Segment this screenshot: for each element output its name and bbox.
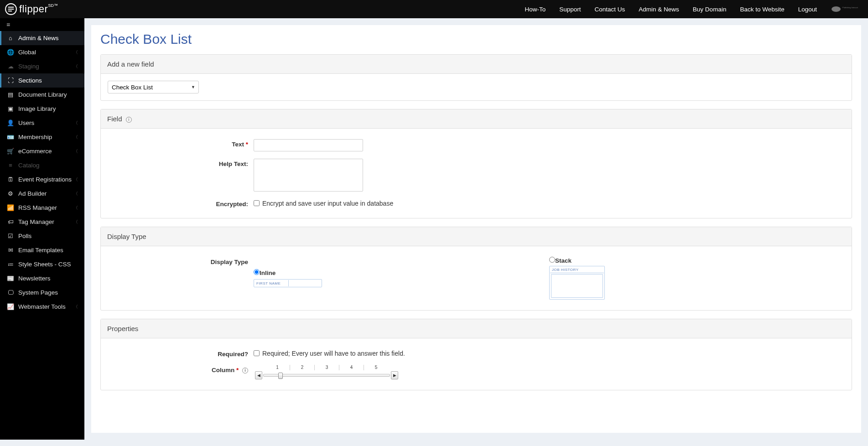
chevron-left-icon: 〈 <box>73 148 78 155</box>
check-icon: ☑ <box>6 233 15 239</box>
sidebar-item-rss-manager[interactable]: 📶RSS Manager〈 <box>0 201 84 215</box>
sidebar-item-document-library[interactable]: ▤Document Library <box>0 88 84 102</box>
info-icon[interactable]: i <box>242 368 248 373</box>
sidebar-item-catalog: ≡Catalog <box>0 158 84 172</box>
sidebar-item-tag-manager[interactable]: 🏷Tag Manager〈 <box>0 215 84 229</box>
user-icon: 👤 <box>6 119 15 126</box>
slider-right-button[interactable]: ▶ <box>391 371 398 379</box>
sidebar-item-image-library[interactable]: ▣Image Library <box>0 102 84 116</box>
chevron-left-icon: 〈 <box>73 63 78 70</box>
sidebar-item-ad-builder[interactable]: ⚙Ad Builder〈 <box>0 187 84 201</box>
nav-support[interactable]: Support <box>559 6 581 13</box>
cal-icon: 🗓 <box>6 176 15 183</box>
brand-name: flipper <box>19 3 48 15</box>
chevron-left-icon: 〈 <box>73 219 78 225</box>
sidebar-item-ecommerce[interactable]: 🛒eCommerce〈 <box>0 144 84 158</box>
stack-preview-box <box>551 274 603 298</box>
nav-howto[interactable]: How-To <box>525 6 546 13</box>
rss-icon: 📶 <box>6 204 15 211</box>
brand-sup: SD™ <box>48 3 58 8</box>
cloud-icon: ☁ <box>6 63 15 70</box>
main-content: Check Box List Add a new field Check Box… <box>91 25 861 433</box>
encrypted-checkbox[interactable] <box>254 200 260 206</box>
nav-back-to-website[interactable]: Back to Website <box>740 6 784 13</box>
globe-icon: 🌐 <box>6 49 15 56</box>
chevron-left-icon: 〈 <box>73 49 78 56</box>
inline-preview-box <box>288 280 321 286</box>
sidebar-item-event-registrations[interactable]: 🗓Event Registrations〈 <box>0 172 84 187</box>
required-checkbox[interactable] <box>254 350 260 356</box>
sidebar-item-label: Users <box>18 119 34 126</box>
display-stack-option[interactable]: Stack <box>549 257 572 264</box>
news-icon: 📰 <box>6 275 15 282</box>
required-text: Required; Every user will have to answer… <box>262 350 405 357</box>
brand[interactable]: flipper SD™ <box>5 3 58 16</box>
sidebar: ≡ ⌂Admin & News🌐Global〈☁Staging〈⛶Section… <box>0 18 84 440</box>
file-icon: ▤ <box>6 91 15 98</box>
sidebar-item-style-sheets-css[interactable]: ≔Style Sheets - CSS <box>0 257 84 271</box>
sidebar-item-label: Email Templates <box>18 247 63 254</box>
field-type-select[interactable]: Check Box List <box>108 81 199 93</box>
sidebar-item-email-templates[interactable]: ✉Email Templates <box>0 243 84 257</box>
add-field-panel: Add a new field Check Box List ▼ <box>100 54 852 101</box>
sidebar-item-label: Document Library <box>18 91 67 98</box>
slider-handle[interactable] <box>278 373 283 379</box>
svg-text:Publishing Interactive, inc.: Publishing Interactive, inc. <box>842 6 858 9</box>
required-label: Required? <box>108 349 254 358</box>
column-label: Column * i <box>108 365 254 379</box>
cogs-icon: ⚙ <box>6 190 15 197</box>
sidebar-item-webmaster-tools[interactable]: 📈Webmaster Tools〈 <box>0 300 84 314</box>
nav-buy-domain[interactable]: Buy Domain <box>693 6 727 13</box>
slider-track[interactable] <box>263 374 390 377</box>
sidebar-item-label: Newsletters <box>18 275 51 282</box>
display-inline-radio[interactable] <box>254 269 260 275</box>
slider-left-button[interactable]: ◀ <box>255 371 262 379</box>
sidebar-item-system-pages[interactable]: 🖵System Pages <box>0 285 84 300</box>
field-panel: Field i Text * Help Text: Encrypted: Enc… <box>100 109 852 218</box>
inline-preview: FIRST NAME <box>254 279 322 287</box>
text-input[interactable] <box>254 139 363 151</box>
sidebar-item-staging: ☁Staging〈 <box>0 59 84 73</box>
chevron-left-icon: 〈 <box>73 120 78 126</box>
help-text-input[interactable] <box>254 159 363 192</box>
image-icon: ▣ <box>6 105 15 112</box>
sidebar-item-polls[interactable]: ☑Polls <box>0 229 84 243</box>
sidebar-item-newsletters[interactable]: 📰Newsletters <box>0 271 84 285</box>
help-text-label: Help Text: <box>108 159 254 192</box>
top-nav-links: How-To Support Contact Us Admin & News B… <box>525 5 863 14</box>
nav-logout[interactable]: Logout <box>798 6 817 13</box>
nav-admin-news[interactable]: Admin & News <box>639 6 679 13</box>
field-panel-head: Field i <box>101 109 852 129</box>
sidebar-item-admin-news[interactable]: ⌂Admin & News <box>0 31 84 45</box>
home-icon: ⌂ <box>6 35 15 41</box>
sidebar-item-sections[interactable]: ⛶Sections <box>0 73 84 88</box>
chevron-left-icon: 〈 <box>73 176 78 183</box>
chart-icon: 📈 <box>6 303 15 310</box>
properties-panel: Properties Required? Required; Every use… <box>100 319 852 390</box>
sidebar-item-membership[interactable]: 🪪Membership〈 <box>0 130 84 144</box>
page-title: Check Box List <box>100 25 852 54</box>
sidebar-item-label: Style Sheets - CSS <box>18 261 71 268</box>
info-icon[interactable]: i <box>126 117 132 123</box>
cart-icon: 🛒 <box>6 148 15 155</box>
css-icon: ≔ <box>6 261 15 268</box>
list-icon: ≡ <box>6 162 15 169</box>
slider-ticks: 1 2 3 4 5 <box>265 365 388 371</box>
field-panel-title: Field <box>107 115 122 123</box>
sidebar-toggle[interactable]: ≡ <box>0 18 84 31</box>
sys-icon: 🖵 <box>6 289 15 296</box>
sidebar-item-label: Global <box>18 49 36 56</box>
sidebar-item-users[interactable]: 👤Users〈 <box>0 116 84 130</box>
display-type-panel-head: Display Type <box>101 227 852 246</box>
sidebar-item-label: Ad Builder <box>18 190 47 197</box>
stack-preview: JOB HISTORY <box>549 266 605 300</box>
inline-preview-label: FIRST NAME <box>255 280 288 286</box>
nav-contact[interactable]: Contact Us <box>595 6 625 13</box>
sidebar-item-label: eCommerce <box>18 148 52 155</box>
display-inline-option[interactable]: Inline <box>254 269 275 276</box>
sidebar-item-label: Sections <box>18 77 42 84</box>
display-stack-radio[interactable] <box>549 257 555 263</box>
tag-icon: 🏷 <box>6 218 15 225</box>
sidebar-item-global[interactable]: 🌐Global〈 <box>0 45 84 59</box>
text-label: Text * <box>108 139 254 151</box>
